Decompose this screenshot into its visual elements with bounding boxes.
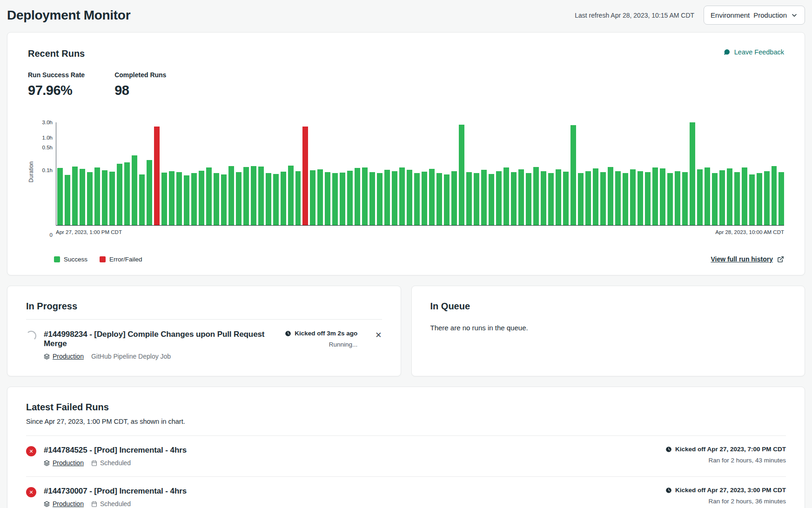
run-bar[interactable] (154, 127, 160, 225)
run-bar[interactable] (593, 168, 598, 225)
run-bar[interactable] (459, 125, 464, 225)
run-bar[interactable] (541, 171, 546, 225)
run-bar[interactable] (236, 172, 242, 225)
run-bar[interactable] (384, 170, 390, 225)
run-bar[interactable] (228, 166, 234, 225)
run-bar[interactable] (132, 155, 137, 225)
run-bar[interactable] (214, 173, 219, 225)
leave-feedback-link[interactable]: Leave Feedback (723, 48, 784, 56)
run-bar[interactable] (102, 170, 107, 225)
run-bar[interactable] (645, 172, 651, 225)
run-bar[interactable] (533, 167, 539, 225)
run-bar[interactable] (719, 170, 725, 225)
run-bar[interactable] (302, 127, 308, 225)
run-bar[interactable] (124, 162, 130, 225)
run-bar[interactable] (392, 171, 397, 225)
run-bar[interactable] (139, 174, 145, 225)
run-bar[interactable] (548, 173, 554, 225)
run-bar[interactable] (191, 173, 197, 225)
run-bar[interactable] (317, 169, 323, 225)
run-bar[interactable] (630, 169, 636, 225)
run-bar[interactable] (347, 171, 353, 225)
run-bar[interactable] (147, 160, 152, 225)
run-bar[interactable] (489, 174, 494, 225)
run-bar[interactable] (712, 173, 718, 225)
run-bar[interactable] (764, 171, 770, 225)
run-bar[interactable] (377, 173, 383, 225)
run-bar[interactable] (243, 167, 249, 225)
run-bar[interactable] (563, 172, 569, 225)
run-bar[interactable] (615, 171, 621, 225)
run-bar[interactable] (72, 167, 78, 225)
run-bar[interactable] (407, 170, 412, 225)
run-bar[interactable] (697, 169, 703, 225)
run-bar[interactable] (414, 173, 420, 225)
run-bar[interactable] (638, 171, 643, 225)
run-bar[interactable] (281, 172, 286, 225)
run-bar[interactable] (705, 167, 710, 225)
run-bar[interactable] (682, 172, 688, 225)
run-bar[interactable] (451, 171, 457, 225)
run-bar[interactable] (466, 172, 472, 225)
run-bar[interactable] (675, 171, 680, 225)
run-bar[interactable] (295, 171, 301, 225)
environment-link[interactable]: Production (44, 353, 84, 360)
run-bar[interactable] (161, 173, 167, 225)
run-bar[interactable] (585, 171, 591, 225)
run-bar[interactable] (87, 172, 93, 225)
run-bar[interactable] (526, 173, 531, 225)
run-bar[interactable] (749, 174, 755, 225)
run-bar[interactable] (660, 168, 665, 225)
run-bar[interactable] (444, 174, 450, 225)
run-bar[interactable] (570, 125, 576, 225)
run-bar[interactable] (117, 164, 122, 225)
dismiss-run-button[interactable]: ✕ (375, 331, 382, 339)
run-bar[interactable] (496, 171, 502, 225)
run-bar[interactable] (169, 171, 174, 225)
view-full-run-history-link[interactable]: View full run history (711, 255, 784, 263)
run-bar[interactable] (742, 167, 747, 225)
run-bar[interactable] (600, 172, 606, 225)
run-bar[interactable] (362, 167, 368, 225)
run-bar[interactable] (109, 172, 115, 225)
run-bar[interactable] (325, 172, 330, 225)
run-bar[interactable] (474, 173, 479, 225)
run-bar[interactable] (757, 173, 762, 225)
run-bar[interactable] (199, 171, 204, 225)
run-bar[interactable] (258, 167, 264, 225)
run-bar[interactable] (772, 166, 777, 225)
run-bar[interactable] (511, 172, 517, 225)
run-bar[interactable] (578, 173, 584, 225)
run-bar[interactable] (340, 173, 345, 225)
run-bar[interactable] (518, 169, 524, 225)
run-bar[interactable] (667, 173, 673, 225)
run-bar[interactable] (422, 172, 427, 225)
run-bar[interactable] (436, 173, 442, 225)
environment-link[interactable]: Production (44, 459, 84, 467)
run-bar[interactable] (399, 167, 405, 225)
run-bar[interactable] (206, 167, 212, 225)
run-bar[interactable] (288, 166, 294, 225)
run-bar[interactable] (310, 170, 315, 225)
run-bar[interactable] (623, 173, 628, 225)
run-bar[interactable] (176, 172, 182, 225)
run-bar[interactable] (556, 169, 561, 225)
run-bar[interactable] (369, 172, 375, 225)
run-bar[interactable] (734, 172, 740, 225)
run-bar[interactable] (80, 169, 85, 225)
run-bar[interactable] (727, 168, 732, 225)
run-bar[interactable] (57, 168, 63, 225)
run-bar[interactable] (184, 175, 189, 225)
run-bar[interactable] (332, 173, 338, 225)
run-bar[interactable] (608, 167, 613, 225)
run-bar[interactable] (251, 166, 256, 225)
run-bar[interactable] (355, 168, 360, 225)
run-bar[interactable] (273, 174, 279, 225)
run-bar[interactable] (429, 169, 435, 225)
run-bar[interactable] (221, 174, 227, 225)
run-bar[interactable] (65, 175, 70, 225)
run-bar[interactable] (652, 167, 658, 225)
run-bar[interactable] (690, 122, 695, 225)
environment-dropdown[interactable]: Environment Production (704, 6, 805, 25)
environment-link[interactable]: Production (44, 500, 84, 508)
